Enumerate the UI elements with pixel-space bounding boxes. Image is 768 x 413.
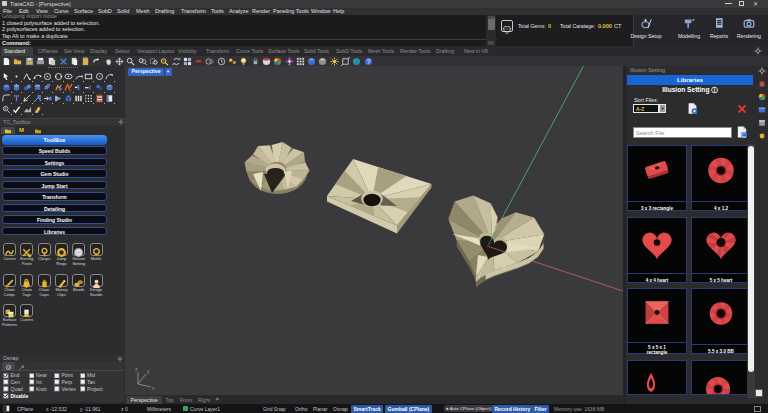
svg-text:z: z bbox=[135, 366, 138, 372]
svg-text:S: S bbox=[4, 106, 6, 110]
svg-text:x: x bbox=[152, 385, 155, 391]
svg-text:?: ? bbox=[366, 57, 370, 64]
svg-text:y: y bbox=[147, 368, 150, 374]
